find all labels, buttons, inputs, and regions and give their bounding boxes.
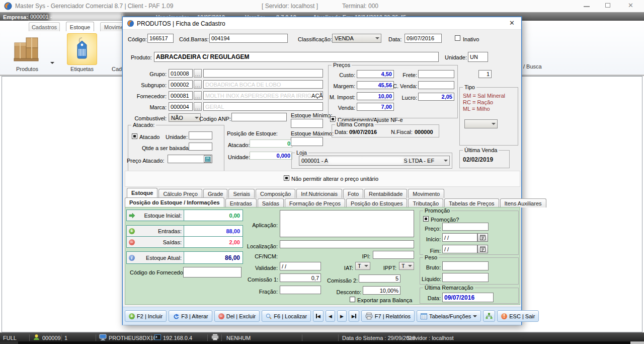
tab-itens-auxiliares[interactable]: Itens Auxiliares — [500, 198, 546, 208]
mimpost-field[interactable]: 10,00 — [357, 92, 394, 100]
grupo-field[interactable]: 010008 — [169, 69, 193, 78]
nav-next-button[interactable]: ▶ — [337, 310, 347, 322]
barras-field[interactable]: 004194 — [209, 34, 288, 43]
organograma-button[interactable] — [483, 310, 495, 322]
calculator-button[interactable] — [204, 155, 211, 163]
alterar-button[interactable]: F3 | Alterar — [169, 310, 212, 322]
fornecedor-field[interactable]: 000081 — [169, 91, 193, 100]
grupo-lookup-button[interactable]: ... — [194, 69, 202, 78]
tab-inf-nutricionais[interactable]: Inf.Nutricionais — [296, 189, 342, 198]
unidade-field[interactable]: UN — [468, 52, 488, 62]
margem-field[interactable]: 45,56 — [357, 81, 394, 89]
custo-field[interactable]: 4,50 — [357, 70, 394, 78]
tab-saidas[interactable]: Saídas — [258, 198, 284, 208]
iat-select[interactable]: T — [355, 262, 370, 270]
marca-lookup-button[interactable]: ... — [194, 102, 202, 111]
plus-icon: + — [129, 313, 135, 319]
tab-calculo-preco[interactable]: Cálculo Preço — [158, 189, 202, 198]
relatorios-button[interactable]: F7 | Relatórios — [361, 310, 415, 322]
tab-movimento[interactable]: Movimento — [408, 189, 444, 198]
anp-field[interactable] — [231, 113, 287, 121]
inativo-label: Inativo — [463, 36, 479, 42]
inativo-checkbox[interactable] — [455, 35, 460, 41]
loja-select[interactable]: 000001 - A S LTDA - EF — [299, 156, 450, 166]
redaction-smear — [49, 12, 123, 21]
venda-field[interactable]: 7,00 — [357, 103, 394, 111]
calculator-icon — [205, 157, 210, 162]
comissao1-field[interactable]: 0,7 — [280, 273, 321, 282]
combustivel-select[interactable]: NÃO — [169, 113, 201, 122]
fornecedor-lookup-button[interactable]: ... — [194, 91, 202, 100]
nao-permitir-checkbox[interactable] — [284, 175, 289, 181]
tab-rentabilidade[interactable]: Rentabilidade — [364, 189, 407, 198]
promocao-checkbox[interactable] — [423, 216, 429, 222]
tab-formacao-precos[interactable]: Formação de Preços — [285, 198, 345, 208]
cvenda-field[interactable] — [418, 81, 454, 89]
exportar-balanca-checkbox[interactable] — [350, 297, 355, 302]
minimize-icon[interactable] — [584, 6, 590, 7]
subgrupo-lookup-button[interactable]: ... — [194, 80, 202, 89]
marca-field[interactable]: 000004 — [169, 102, 193, 111]
produto-field[interactable]: ABRACADEIRA C/ REGULAGEM — [154, 52, 439, 62]
tab-foto[interactable]: Foto — [343, 189, 363, 198]
tab-estoque[interactable]: Estoque — [127, 188, 157, 198]
desconto-field[interactable]: 10,00% — [363, 286, 400, 295]
lucro-field[interactable]: 2,05 — [418, 93, 454, 101]
tipo-select[interactable] — [464, 119, 498, 128]
tab-seriais[interactable]: Seriais — [228, 189, 255, 198]
subgrupo-field[interactable]: 000002 — [169, 80, 193, 89]
tab-posicao-estoques[interactable]: Posição do Estoques — [346, 198, 407, 208]
tabelas-funcoes-button[interactable]: Tabelas/Funções — [417, 310, 481, 322]
comissao2-field[interactable]: 5 — [359, 274, 400, 283]
tab-tributacao[interactable]: Tributação — [408, 198, 443, 208]
maximize-icon[interactable] — [605, 3, 610, 8]
localizar-button[interactable]: F6 | Localizar — [262, 310, 311, 322]
nav-prev-button[interactable]: ◀ — [326, 310, 335, 322]
fracao-field[interactable] — [280, 286, 321, 294]
fim-field[interactable]: / / — [442, 245, 477, 253]
chevron-down-icon[interactable] — [50, 62, 54, 64]
aplicacao-textarea[interactable] — [280, 210, 414, 237]
incluir-button[interactable]: +F2 | Incluir — [125, 310, 167, 322]
ribbon-tab-estoque[interactable]: Estoque — [66, 22, 94, 31]
ribbon-tab-cadastros[interactable]: Cadastros — [29, 22, 60, 31]
nav-first-button[interactable]: ◀ — [313, 310, 324, 322]
localizacao-field[interactable] — [280, 240, 414, 248]
inicio-calendar-button[interactable] — [477, 233, 488, 242]
fim-calendar-button[interactable] — [477, 245, 488, 253]
tab-grade[interactable]: Grade — [203, 189, 228, 198]
sair-button[interactable]: !ESC | Sair — [497, 310, 539, 322]
tab-composicao[interactable]: Composição — [256, 189, 295, 198]
ribbon-item-etiquetas[interactable]: Etiquetas — [67, 33, 97, 74]
atacado-unidade-field[interactable] — [189, 131, 212, 140]
promo-preco-field[interactable] — [442, 223, 489, 231]
estoque-minimo-field[interactable] — [291, 119, 323, 128]
ribbon-item-produtos[interactable]: Produtos — [7, 33, 47, 74]
plus-icon: + — [129, 228, 135, 234]
bruto-field[interactable] — [442, 261, 489, 270]
tab-entradas[interactable]: Entradas — [225, 198, 257, 208]
classificacao-select[interactable]: VENDA — [332, 34, 381, 43]
qtde-field[interactable] — [189, 143, 212, 151]
inicio-field[interactable]: / / — [442, 233, 477, 242]
liquido-field[interactable] — [442, 273, 489, 282]
tab-posicao-estoque-informacoes[interactable]: Posição do Estoque / Informações — [125, 197, 224, 208]
dialog-close-icon[interactable]: ✕ — [509, 19, 515, 27]
atacado-checkbox[interactable] — [132, 133, 137, 139]
excluir-button[interactable]: −Del | Excluir — [214, 310, 260, 322]
ippt-select[interactable]: T — [399, 262, 414, 270]
nav-last-button[interactable]: ▶ — [349, 310, 359, 322]
validade-field[interactable]: / / — [280, 262, 321, 270]
nfiscal-value: 000000 — [415, 129, 433, 135]
ipi-field[interactable] — [373, 251, 414, 259]
cod-fornecedor-field[interactable] — [183, 267, 242, 278]
codigo-field[interactable]: 166517 — [147, 34, 174, 43]
data-field[interactable]: 09/07/2016 — [405, 34, 442, 43]
tipo-line-ml: ML = Milho — [463, 106, 490, 112]
close-icon[interactable]: ✕ — [628, 2, 633, 9]
estoque-maximo-field[interactable] — [291, 137, 323, 146]
tab-tabelas-precos[interactable]: Tabelas de Preços — [444, 198, 499, 208]
frete-field[interactable] — [418, 70, 454, 78]
quantidade-field[interactable]: 1 — [478, 70, 492, 78]
grupo-label: Grupo: — [123, 71, 167, 77]
